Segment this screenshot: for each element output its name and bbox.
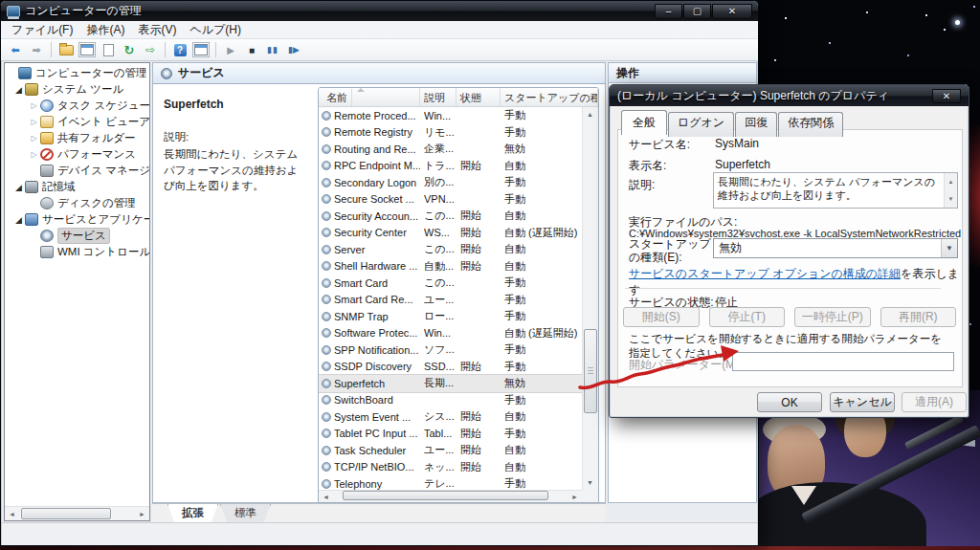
tab-standard[interactable]: 標準 (220, 504, 271, 524)
resume-button[interactable]: 再開(R) (880, 307, 957, 327)
service-row[interactable]: Security CenterWS...開始自動 (遅延開始) (319, 225, 582, 242)
start-parameters-input[interactable] (732, 352, 954, 371)
tree-item-root[interactable]: コンピューターの管理 (ローカ (5, 65, 149, 81)
service-row[interactable]: Remote Proced...Win...手動 (319, 107, 582, 124)
properties-icon[interactable] (99, 41, 118, 59)
column-header-status[interactable]: 状態 (457, 88, 501, 106)
pause-service-icon[interactable]: ▮▮ (263, 41, 282, 59)
list-vertical-scrollbar[interactable]: ▲ ▼ (582, 107, 598, 490)
service-row[interactable]: Secure Socket ...VPN...手動 (319, 191, 582, 209)
window-titlebar[interactable]: コンピューターの管理 – ▢ ✕ (1, 1, 758, 21)
tree-item-shared-folders[interactable]: ▷ 共有フォルダー (5, 130, 149, 146)
service-row[interactable]: Routing and Re...企業...無効 (319, 141, 582, 158)
column-header-description[interactable]: 説明 (420, 88, 457, 106)
expander-expanded-icon[interactable]: ◢ (12, 215, 25, 225)
menu-view[interactable]: 表示(V) (131, 21, 183, 39)
dialog-titlebar[interactable]: (ローカル コンピューター) Superfetch のプロパティ ✕ (610, 85, 969, 106)
tab-dependencies[interactable]: 依存関係 (778, 112, 843, 137)
tree-item-device-manager[interactable]: デバイス マネージャー (5, 163, 149, 179)
menu-action[interactable]: 操作(A) (79, 21, 131, 39)
column-header-startup-type[interactable]: スタートアップの種類 (501, 88, 598, 106)
scroll-right-icon[interactable]: ► (568, 490, 582, 504)
expander-collapsed-icon[interactable]: ▷ (28, 134, 40, 143)
service-row[interactable]: Task Schedulerユー...開始自動 (319, 442, 582, 459)
scroll-up-icon[interactable]: ▲ (948, 175, 954, 188)
service-row[interactable]: RPC Endpoint M...トラ...開始自動 (319, 158, 582, 175)
service-row[interactable]: Secondary Logon別の...手動 (319, 174, 582, 191)
expander-collapsed-icon[interactable]: ▷ (28, 118, 40, 126)
service-row[interactable]: Tablet PC Input ...Tabl...開始手動 (319, 426, 582, 443)
scroll-up-icon[interactable]: ▲ (583, 107, 597, 121)
service-row[interactable]: SSDP DiscoverySSD...開始手動 (319, 359, 582, 376)
restart-service-icon[interactable]: ▮▶ (284, 41, 303, 59)
service-row[interactable]: SPP Notification...ソフ...手動 (319, 341, 582, 359)
service-row[interactable]: SwitchBoard手動 (319, 392, 582, 409)
tree-horizontal-scrollbar[interactable]: ◄ ► (5, 506, 149, 520)
tree-item-system-tools[interactable]: ◢ システム ツール (5, 81, 149, 98)
start-service-icon[interactable]: ▶ (221, 41, 240, 59)
scroll-right-icon[interactable]: ► (135, 507, 149, 521)
ok-button[interactable]: OK (757, 392, 822, 412)
stop-service-icon[interactable]: ■ (242, 41, 261, 59)
expander-expanded-icon[interactable]: ◢ (12, 183, 25, 192)
service-row[interactable]: Security Accoun...この...開始自動 (319, 208, 582, 225)
scrollbar-thumb[interactable] (343, 491, 549, 500)
apply-button[interactable]: 適用(A) (902, 392, 967, 412)
scroll-left-icon[interactable]: ◄ (5, 507, 19, 521)
service-row[interactable]: TCP/IP NetBIO...ネッ...開始自動 (319, 459, 582, 476)
tree-item-wmi-control[interactable]: WMI コントロール (5, 244, 149, 260)
scroll-left-icon[interactable]: ◄ (319, 490, 333, 504)
cancel-button[interactable]: キャンセル (830, 392, 895, 412)
tree-item-performance[interactable]: ▷ パフォーマンス (5, 146, 149, 163)
service-row[interactable]: Remote Registryリモ...手動 (319, 124, 582, 142)
dialog-close-icon[interactable]: ✕ (932, 89, 961, 103)
expander-collapsed-icon[interactable]: ▷ (28, 150, 40, 159)
export-list-icon[interactable]: ⇨ (141, 41, 160, 59)
service-row[interactable]: Telephonyテレ...手動 (319, 475, 582, 490)
tab-general[interactable]: 全般 (621, 110, 667, 135)
menu-help[interactable]: ヘルプ(H) (183, 21, 248, 39)
tab-logon[interactable]: ログオン (668, 112, 734, 137)
startup-options-link[interactable]: サービスのスタートアップ オプションの構成の詳細 (629, 267, 901, 280)
help-icon[interactable]: ? (170, 41, 189, 59)
service-row[interactable]: SNMP Trapロー...手動 (319, 308, 582, 325)
tree-item-task-scheduler[interactable]: ▷ タスク スケジューラ (5, 98, 149, 114)
tab-extended[interactable]: 拡張 (167, 504, 218, 524)
scroll-down-icon[interactable]: ▼ (948, 192, 954, 206)
menu-file[interactable]: ファイル(F) (5, 21, 79, 39)
tab-recovery[interactable]: 回復 (735, 112, 777, 137)
list-horizontal-scrollbar[interactable]: ◄ ► (319, 490, 582, 502)
service-row[interactable]: Smart Card Re...ユー...手動 (319, 292, 582, 309)
stop-button[interactable]: 停止(T) (709, 307, 786, 327)
forward-icon[interactable]: ➡ (27, 41, 46, 59)
service-row-superfetch-selected[interactable]: Superfetch長期...無効 (319, 375, 582, 392)
tree-item-storage[interactable]: ◢ 記憶域 (5, 179, 149, 195)
textarea-scrollbar[interactable]: ▲▼ (944, 173, 957, 208)
refresh-icon[interactable]: ↻ (120, 41, 139, 59)
back-icon[interactable]: ⬅ (6, 41, 25, 59)
scroll-down-icon[interactable]: ▼ (583, 475, 597, 490)
close-button[interactable]: ✕ (712, 4, 752, 19)
maximize-button[interactable]: ▢ (683, 4, 711, 19)
tree-item-disk-management[interactable]: ディスクの管理 (5, 195, 149, 211)
service-row[interactable]: System Event ...シス...開始自動 (319, 408, 582, 426)
minimize-button[interactable]: – (655, 4, 682, 19)
start-button[interactable]: 開始(S) (623, 307, 700, 327)
service-row[interactable]: Shell Hardware ...自動...開始自動 (319, 258, 582, 275)
tree-item-services-and-applications[interactable]: ◢ サービスとアプリケーショ (5, 211, 149, 228)
dialog-description-box[interactable]: 長期間にわたり、システム パフォーマンスの維持および向上を図ります。 ▲▼ (713, 172, 958, 209)
expander-expanded-icon[interactable]: ◢ (12, 85, 25, 95)
service-row[interactable]: Serverこの...開始自動 (319, 241, 582, 258)
scrollbar-thumb[interactable] (21, 508, 111, 519)
column-header-name[interactable]: 名前 (319, 88, 420, 106)
tree-item-event-viewer[interactable]: ▷ イベント ビューアー (5, 114, 149, 130)
service-row[interactable]: Smart Cardこの...手動 (319, 275, 582, 292)
show-console-tree-icon[interactable] (78, 41, 97, 59)
chevron-down-icon[interactable]: ▼ (941, 239, 957, 257)
startup-type-dropdown[interactable]: 無効 ▼ (713, 238, 958, 258)
service-row[interactable]: Software Protec...Win...自動 (遅延開始) (319, 325, 582, 342)
show-action-pane-icon[interactable] (191, 41, 211, 59)
up-folder-icon[interactable] (56, 41, 76, 59)
pause-button[interactable]: 一時停止(P) (794, 307, 871, 327)
expander-collapsed-icon[interactable]: ▷ (28, 101, 40, 110)
